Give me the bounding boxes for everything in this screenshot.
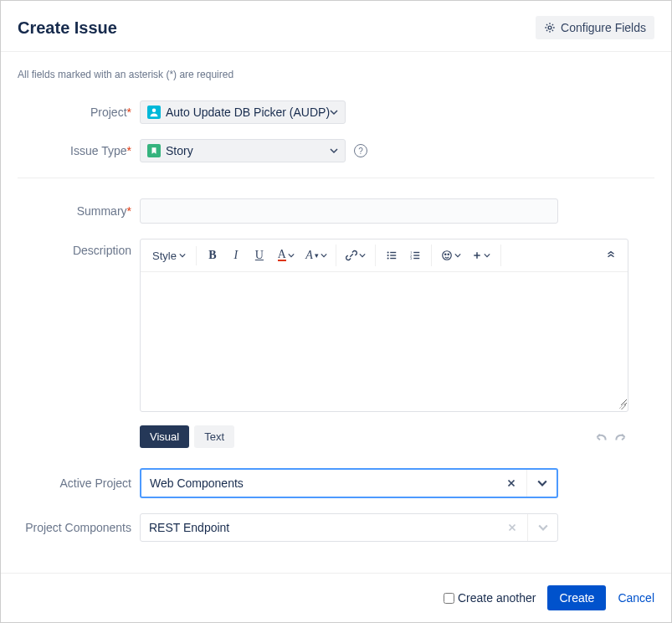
- rte-bold-button[interactable]: B: [202, 245, 223, 266]
- rte-style-menu[interactable]: Style: [147, 246, 191, 265]
- svg-rect-5: [390, 255, 396, 255]
- description-row: Description Style B I U: [18, 239, 654, 448]
- summary-row: Summary*: [18, 198, 654, 224]
- issue-type-label: Issue Type*: [18, 144, 140, 157]
- undo-icon[interactable]: [593, 430, 608, 445]
- clear-icon[interactable]: [496, 470, 526, 497]
- configure-fields-label: Configure Fields: [561, 21, 646, 34]
- rte-bullet-list-button[interactable]: [381, 245, 403, 266]
- description-textarea[interactable]: [141, 272, 628, 406]
- help-icon[interactable]: ?: [354, 144, 367, 157]
- redo-icon[interactable]: [613, 430, 628, 445]
- create-button[interactable]: Create: [547, 585, 606, 610]
- active-project-input[interactable]: [141, 470, 496, 497]
- chevron-down-icon: [330, 108, 338, 116]
- required-fields-note: All fields marked with an asterisk (*) a…: [18, 69, 654, 80]
- project-components-combobox[interactable]: [140, 513, 558, 542]
- tab-text[interactable]: Text: [194, 425, 234, 448]
- issue-type-select-value: Story: [166, 144, 193, 157]
- chevron-down-icon: [330, 147, 338, 155]
- active-project-label: Active Project: [18, 476, 140, 490]
- project-avatar-icon: [147, 106, 161, 119]
- svg-point-1: [152, 109, 156, 113]
- svg-rect-9: [413, 252, 419, 253]
- dialog-header: Create Issue Configure Fields: [1, 1, 671, 52]
- issue-type-row: Issue Type* Story ?: [18, 139, 654, 162]
- svg-rect-7: [390, 258, 396, 259]
- clear-icon: [497, 514, 527, 541]
- rte-insert-button[interactable]: [467, 245, 495, 266]
- required-mark: *: [127, 144, 131, 157]
- rte-emoji-button[interactable]: [437, 245, 465, 266]
- project-select[interactable]: Auto Update DB Picker (AUDP): [140, 100, 346, 124]
- rte-numbered-list-button[interactable]: 123: [404, 245, 426, 266]
- project-label: Project*: [18, 106, 140, 119]
- rte-text-color-button[interactable]: A: [272, 245, 300, 266]
- create-another-checkbox[interactable]: [444, 593, 454, 604]
- required-mark: *: [127, 204, 131, 218]
- project-components-row: Project Components: [18, 513, 654, 542]
- chevron-down-icon[interactable]: [526, 470, 557, 497]
- svg-rect-13: [413, 258, 419, 259]
- rte-italic-button[interactable]: I: [225, 245, 247, 266]
- svg-point-16: [448, 254, 449, 255]
- svg-point-0: [548, 26, 551, 29]
- summary-input[interactable]: [140, 198, 558, 224]
- description-editor: Style B I U A: [140, 239, 628, 412]
- tab-visual[interactable]: Visual: [140, 425, 189, 448]
- gear-icon: [544, 22, 556, 33]
- resize-handle[interactable]: [141, 406, 628, 411]
- summary-label: Summary*: [18, 204, 140, 218]
- svg-rect-11: [413, 255, 419, 255]
- dialog-body: All fields marked with an asterisk (*) a…: [1, 52, 671, 573]
- cancel-button[interactable]: Cancel: [618, 591, 654, 605]
- active-project-combobox[interactable]: [140, 468, 558, 498]
- svg-point-2: [387, 251, 388, 253]
- rte-toolbar: Style B I U A: [141, 239, 628, 272]
- svg-rect-3: [390, 252, 396, 253]
- description-label: Description: [18, 239, 140, 257]
- story-icon: [147, 144, 161, 157]
- dialog-footer: Create another Create Cancel: [1, 573, 671, 622]
- configure-fields-button[interactable]: Configure Fields: [536, 16, 654, 39]
- dialog-title: Create Issue: [18, 18, 117, 38]
- svg-point-15: [444, 254, 445, 255]
- svg-point-4: [387, 255, 388, 256]
- project-components-input[interactable]: [141, 514, 497, 541]
- create-another-label: Create another: [458, 591, 536, 605]
- rte-tabs-row: Visual Text: [140, 425, 628, 448]
- required-mark: *: [127, 106, 131, 119]
- active-project-row: Active Project: [18, 468, 654, 498]
- rte-underline-button[interactable]: U: [249, 245, 270, 266]
- create-another-checkbox-wrap[interactable]: Create another: [444, 591, 536, 605]
- project-select-value: Auto Update DB Picker (AUDP): [166, 106, 330, 119]
- rte-more-formatting-button[interactable]: A▾: [302, 245, 331, 266]
- create-issue-dialog: Create Issue Configure Fields All fields…: [0, 0, 672, 623]
- svg-text:3: 3: [410, 256, 413, 260]
- chevron-down-icon: [527, 514, 557, 541]
- project-components-label: Project Components: [18, 521, 140, 534]
- issue-type-select[interactable]: Story: [140, 139, 346, 162]
- section-divider: [18, 178, 654, 178]
- project-row: Project* Auto Update DB Picker (AUDP): [18, 100, 654, 124]
- rte-link-button[interactable]: [341, 245, 370, 266]
- svg-point-6: [387, 257, 388, 259]
- rte-collapse-button[interactable]: [601, 245, 621, 265]
